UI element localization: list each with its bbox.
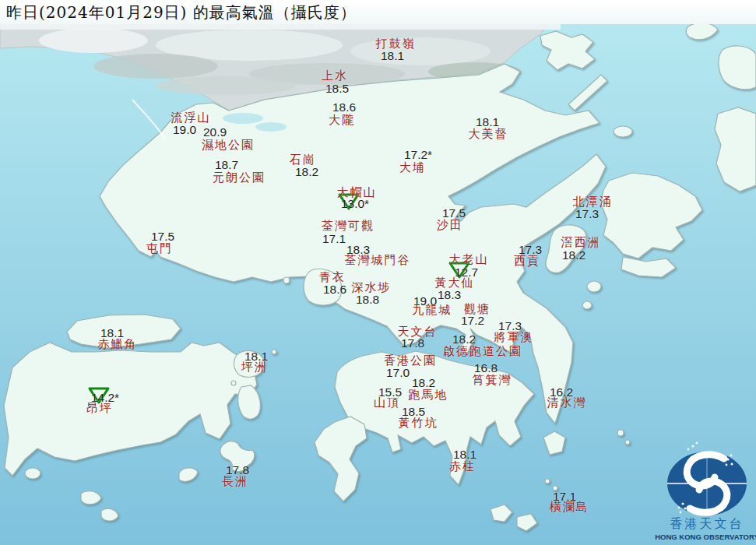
logo-name-en: HONG KONG OBSERVATORY	[655, 533, 756, 541]
logo-name-zh: 香港天文台	[670, 516, 744, 531]
page-title: 昨日(2024年01月29日) 的最高氣溫（攝氏度）	[6, 2, 357, 23]
hong-kong-map: 香港天文台 HONG KONG OBSERVATORY	[0, 0, 756, 545]
weather-map-page: 香港天文台 HONG KONG OBSERVATORY 18.1打鼓嶺18.5上…	[0, 0, 756, 545]
